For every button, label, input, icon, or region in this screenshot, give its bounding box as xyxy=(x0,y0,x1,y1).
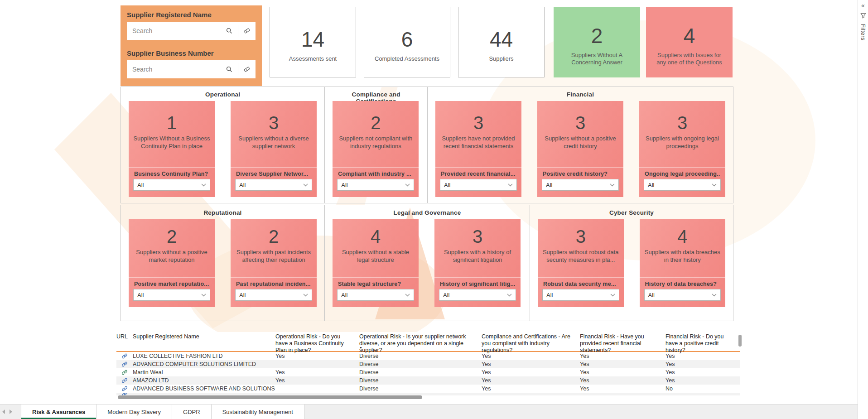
group-title: Compliance and Certifications xyxy=(333,87,420,101)
chevron-down-icon xyxy=(405,294,410,297)
table-cell: ADVANCED BUSINESS SOFTWARE AND SOLUTIONS… xyxy=(133,385,275,392)
tab-modern-day-slavery[interactable]: Modern Day Slavery xyxy=(96,405,172,419)
kpi-value: 2 xyxy=(591,24,603,47)
risk-card-value: 3 xyxy=(538,226,624,246)
dropdown-financial-statements[interactable]: All xyxy=(440,179,517,191)
risk-card-desc: Suppliers without a positive market repu… xyxy=(133,248,210,264)
supplier-name-search-input[interactable] xyxy=(127,27,221,34)
slicer-title: Supplier Business Number xyxy=(127,49,256,57)
dropdown-legal-proceedings[interactable]: All xyxy=(644,179,721,191)
business-number-searchbox xyxy=(127,60,256,78)
dropdown-industry-compliance[interactable]: All xyxy=(337,179,414,191)
table-row: ADVANCED BUSINESS SOFTWARE AND SOLUTIONS… xyxy=(116,385,740,393)
dropdown-market-reputation[interactable]: All xyxy=(133,289,210,301)
link-icon[interactable] xyxy=(121,377,128,384)
table-cell: ADVANCED COMPUTER SOLUTIONS LIMITED xyxy=(133,361,275,367)
risk-card-desc: Suppliers without robust data security m… xyxy=(542,248,619,264)
link-icon[interactable] xyxy=(121,385,128,392)
risk-card-value: 4 xyxy=(640,226,726,246)
filter-funnel-icon[interactable] xyxy=(860,12,866,20)
table-cell: Yes xyxy=(580,353,665,359)
risk-card: 3 Suppliers with ongoing legal proceedin… xyxy=(639,101,725,197)
tab-sustainability-management[interactable]: Sustainability Management xyxy=(212,405,304,419)
url-cell xyxy=(116,353,133,359)
slicer-label: Diverse Supplier Networ... xyxy=(236,171,311,177)
eraser-icon[interactable] xyxy=(238,60,256,78)
eraser-icon[interactable] xyxy=(238,22,256,40)
column-header[interactable]: Financial Risk - Have you provided recen… xyxy=(580,332,665,354)
column-header[interactable]: Compliance and Certifications - Are you … xyxy=(482,332,580,354)
url-cell xyxy=(116,369,133,376)
table-cell: Diverse xyxy=(359,385,482,392)
table-cell: Yes xyxy=(665,361,740,367)
table-cell: Diverse xyxy=(359,361,482,367)
table-cell: LUXE COLLECTIVE FASHION LTD xyxy=(133,353,275,359)
risk-card-desc: Suppliers with a history of significant … xyxy=(439,248,516,264)
column-header[interactable]: Operational Risk - Do you have a Busines… xyxy=(275,332,359,354)
link-icon[interactable] xyxy=(121,369,128,376)
risk-card-value: 2 xyxy=(129,226,215,246)
vertical-scrollbar[interactable] xyxy=(738,335,742,347)
kpi-label: Suppliers xyxy=(489,55,513,63)
column-header[interactable]: URL xyxy=(116,332,133,354)
link-icon[interactable] xyxy=(121,353,128,359)
risk-card-value: 4 xyxy=(333,226,419,246)
chevron-down-icon xyxy=(610,183,615,187)
kpi-label: Assessments sent xyxy=(289,55,337,63)
search-icon[interactable] xyxy=(221,22,238,40)
table-cell: Yes xyxy=(482,353,580,359)
dropdown-litigation-history[interactable]: All xyxy=(439,289,516,301)
table-cell: Diverse xyxy=(359,369,482,376)
collapse-pane-icon[interactable]: « xyxy=(861,2,865,9)
column-header[interactable]: Supplier Registered Name xyxy=(133,332,275,354)
business-number-search-input[interactable] xyxy=(127,66,221,73)
risk-card-desc: Suppliers without a stable legal structu… xyxy=(337,248,414,264)
slicer-label: Robust data security me... xyxy=(543,281,618,287)
group-operational: Operational 1 Suppliers Without a Busine… xyxy=(121,87,324,203)
risk-card-value: 1 xyxy=(129,113,215,133)
dropdown-legal-structure[interactable]: All xyxy=(337,289,414,301)
risk-card-value: 3 xyxy=(537,113,623,133)
sort-desc-icon[interactable]: ▼ xyxy=(359,346,362,349)
filters-pane-title[interactable]: Filters xyxy=(860,24,866,40)
risk-groups-row-2: Reputational 2 Suppliers without a posit… xyxy=(121,205,733,321)
url-cell xyxy=(116,385,133,392)
column-header[interactable]: Operational Risk - Is your supplier netw… xyxy=(359,332,482,354)
risk-card-value: 3 xyxy=(434,226,521,246)
risk-card: 1 Suppliers Without a Business Continuit… xyxy=(129,101,215,197)
group-reputational: Reputational 2 Suppliers without a posit… xyxy=(121,205,324,321)
tab-risk-assurances[interactable]: Risk & Assurances xyxy=(21,405,96,419)
dropdown-data-breaches[interactable]: All xyxy=(644,289,721,301)
table-cell: Diverse xyxy=(359,353,482,359)
risk-card-desc: Suppliers without a diverse supplier net… xyxy=(235,135,312,150)
link-icon[interactable] xyxy=(121,361,128,367)
supplier-search-panel: Supplier Registered Name Supplier Busine… xyxy=(121,5,262,86)
kpi-label: Completed Assessments xyxy=(375,55,439,63)
slicer-label: Business Continuity Plan? xyxy=(134,171,209,177)
dashboard-canvas: Supplier Registered Name Supplier Busine… xyxy=(0,0,868,419)
dropdown-diverse-network[interactable]: All xyxy=(235,179,312,191)
horizontal-scrollbar[interactable] xyxy=(118,395,422,399)
risk-card-value: 3 xyxy=(639,113,725,133)
column-header[interactable]: Financial Risk - Do you have a positive … xyxy=(665,332,740,354)
table-cell: Martin Weal xyxy=(133,369,275,376)
search-icon[interactable] xyxy=(221,60,238,78)
dropdown-credit-history[interactable]: All xyxy=(542,179,619,191)
dropdown-business-continuity[interactable]: All xyxy=(133,179,210,191)
table-cell: Yes xyxy=(482,385,580,392)
tab-gdpr[interactable]: GDPR xyxy=(172,405,212,419)
group-title: Legal and Governance xyxy=(333,205,522,219)
prev-page-icon[interactable] xyxy=(0,405,7,419)
chevron-down-icon xyxy=(507,294,512,297)
kpi-completed-assessments: 6 Completed Assessments xyxy=(364,7,450,77)
table-row: Martin WealYesDiverseYesYesYes xyxy=(116,368,740,376)
page-tabs: Risk & Assurances Modern Day Slavery GDP… xyxy=(21,405,304,419)
group-title: Financial xyxy=(435,87,725,101)
table-cell: Diverse xyxy=(359,377,482,384)
risk-card: 4 Suppliers without a stable legal struc… xyxy=(333,219,419,307)
risk-card-desc: Suppliers Without a Business Continuity … xyxy=(133,135,210,150)
dropdown-data-security[interactable]: All xyxy=(542,289,619,301)
slicer-label: Ongoing legal proceeding... xyxy=(645,171,720,177)
dropdown-past-incidents[interactable]: All xyxy=(235,289,312,301)
next-page-icon[interactable] xyxy=(7,405,14,419)
